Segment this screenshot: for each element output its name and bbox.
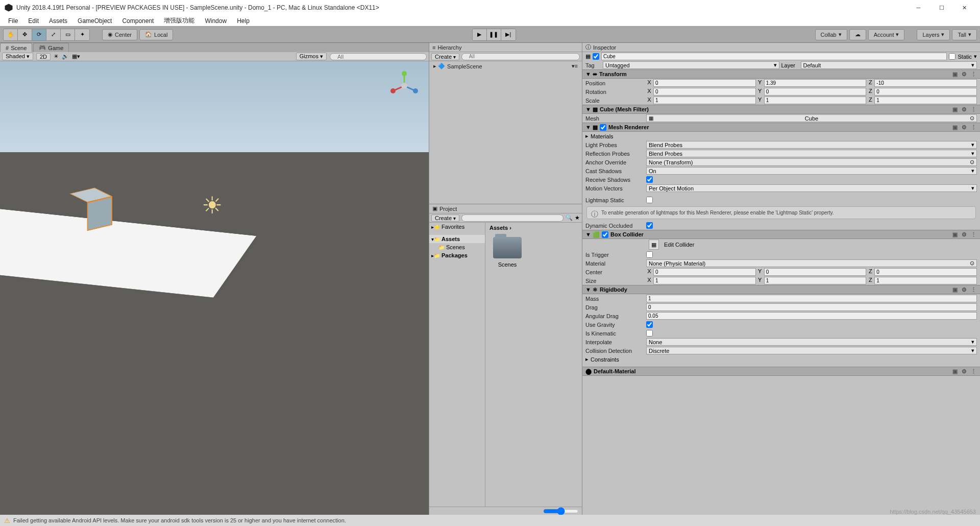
scene-search[interactable]	[330, 53, 427, 60]
gameobject-name[interactable]	[601, 53, 947, 60]
center-z[interactable]	[874, 268, 977, 276]
hand-tool-icon[interactable]: ✋	[4, 29, 18, 40]
lightprobes-dropdown[interactable]: Blend Probes▾	[646, 141, 977, 149]
rot-y[interactable]	[764, 88, 867, 95]
pos-z[interactable]	[874, 79, 977, 87]
layout-dropdown[interactable]: Tall ▾	[952, 29, 977, 40]
tree-packages[interactable]: ▸📁 Packages	[429, 251, 485, 259]
gizmos-dropdown[interactable]: Gizmos ▾	[296, 53, 327, 60]
project-create[interactable]: Create ▾	[431, 214, 459, 222]
tree-assets[interactable]: ▾📁 Assets	[429, 235, 485, 243]
minimize-button[interactable]: ─	[907, 1, 930, 15]
renderer-enabled[interactable]	[600, 124, 606, 131]
size-x[interactable]	[653, 277, 756, 284]
project-header[interactable]: ▣ Project	[429, 204, 582, 213]
move-tool-icon[interactable]: ✥	[18, 29, 32, 40]
layers-dropdown[interactable]: Layers ▾	[917, 29, 950, 40]
materials-foldout[interactable]: ▸ Materials	[582, 132, 980, 140]
scene-view[interactable]: ☀	[0, 61, 429, 515]
reflprobes-dropdown[interactable]: Blend Probes▾	[646, 150, 977, 157]
cast-dropdown[interactable]: On▾	[646, 167, 977, 175]
collab-dropdown[interactable]: Collab ▾	[815, 29, 847, 40]
step-button[interactable]: ▶|	[501, 29, 516, 40]
maximize-button[interactable]: ☐	[930, 1, 953, 15]
menu-file[interactable]: File	[4, 16, 22, 26]
close-button[interactable]: ✕	[953, 1, 976, 15]
lightmap-static[interactable]	[646, 197, 653, 203]
project-breadcrumb[interactable]: Assets ›	[485, 223, 582, 233]
filter-icon[interactable]: 🔍	[566, 214, 573, 221]
2d-toggle[interactable]: 2D	[36, 53, 51, 60]
size-z[interactable]	[874, 277, 977, 284]
hierarchy-header[interactable]: ≡ Hierarchy	[429, 43, 582, 52]
dynamic-occluded[interactable]	[646, 222, 653, 229]
constraints-foldout[interactable]: ▸ Constraints	[582, 355, 980, 364]
is-kinematic[interactable]	[646, 330, 653, 337]
rigidbody-header[interactable]: ▼⚛ Rigidbody▣⚙⋮	[582, 285, 980, 294]
anchor-field[interactable]: None (Transform)⊙	[646, 158, 977, 166]
static-checkbox[interactable]	[949, 53, 955, 60]
scale-x[interactable]	[653, 97, 756, 104]
transform-header[interactable]: ▼⬌ Transform▣⚙⋮	[582, 69, 980, 79]
scale-tool-icon[interactable]: ⤢	[46, 29, 61, 40]
help-icon[interactable]: ▣	[951, 70, 959, 78]
pause-button[interactable]: ❚❚	[487, 29, 501, 40]
cloud-button[interactable]: ☁	[849, 29, 866, 40]
scale-z[interactable]	[874, 97, 977, 104]
meshfilter-header[interactable]: ▼▦ Cube (Mesh Filter)▣⚙⋮	[582, 105, 980, 114]
use-gravity[interactable]	[646, 321, 653, 328]
rot-z[interactable]	[874, 88, 977, 95]
orientation-gizmo[interactable]	[389, 70, 420, 101]
layer-dropdown[interactable]: Default▾	[801, 61, 977, 69]
angdrag-field[interactable]	[646, 312, 977, 320]
menu-assets[interactable]: Assets	[45, 16, 71, 26]
menu-window[interactable]: Window	[201, 16, 231, 26]
shading-dropdown[interactable]: Shaded ▾	[2, 53, 33, 60]
transform-tool-icon[interactable]: ✦	[75, 29, 89, 40]
audio-icon[interactable]: 🔊	[62, 53, 69, 60]
collider-header[interactable]: ▼🟩 Box Collider▣⚙⋮	[582, 230, 980, 239]
tree-scenes[interactable]: 📁 Scenes	[429, 243, 485, 251]
menu-icon[interactable]: ⋮	[970, 70, 977, 78]
menu-gameobject[interactable]: GameObject	[74, 16, 116, 26]
tab-scene[interactable]: # Scene	[0, 43, 32, 52]
hierarchy-create[interactable]: Create ▾	[431, 53, 459, 60]
tree-favorites[interactable]: ▸⭐ Favorites	[429, 223, 485, 231]
tab-game[interactable]: 🎮 Game	[33, 43, 69, 52]
menu-component[interactable]: Component	[118, 16, 158, 26]
center-x[interactable]	[653, 268, 756, 276]
interpolate-dropdown[interactable]: None▾	[646, 338, 977, 346]
edit-collider-button[interactable]: ▦	[649, 240, 659, 250]
lighting-icon[interactable]: ☀	[54, 53, 59, 60]
rotate-tool-icon[interactable]: ⟳	[32, 29, 46, 40]
pivot-toggle[interactable]: ◉ Center	[102, 29, 137, 40]
rot-x[interactable]	[653, 88, 756, 95]
scale-y[interactable]	[764, 97, 867, 104]
account-dropdown[interactable]: Account ▾	[868, 29, 905, 40]
project-search[interactable]	[461, 214, 564, 222]
inspector-header[interactable]: ⓘ Inspector	[582, 43, 980, 52]
collider-enabled[interactable]	[602, 231, 608, 238]
menu-help[interactable]: Help	[233, 16, 254, 26]
folder-scenes[interactable]: Scenes	[489, 237, 525, 268]
mesh-field[interactable]: ▦ Cube⊙	[646, 114, 977, 122]
menu-enhanced[interactable]: 增强版功能	[160, 15, 199, 26]
pos-x[interactable]	[653, 79, 756, 87]
center-y[interactable]	[764, 268, 867, 276]
rect-tool-icon[interactable]: ▭	[61, 29, 75, 40]
gameobject-active[interactable]	[593, 53, 599, 60]
favorite-icon[interactable]: ★	[575, 214, 580, 221]
mass-field[interactable]	[646, 295, 977, 302]
space-toggle[interactable]: 🏠 Local	[139, 29, 173, 40]
collision-dropdown[interactable]: Discrete▾	[646, 347, 977, 354]
hierarchy-search[interactable]	[461, 53, 580, 60]
tag-dropdown[interactable]: Untagged▾	[603, 61, 779, 69]
physic-material[interactable]: None (Physic Material)⊙	[646, 259, 977, 267]
receive-shadows[interactable]	[646, 176, 653, 183]
pos-y[interactable]	[764, 79, 867, 87]
motion-dropdown[interactable]: Per Object Motion▾	[646, 184, 977, 192]
drag-field[interactable]	[646, 303, 977, 311]
menu-edit[interactable]: Edit	[24, 16, 43, 26]
is-trigger[interactable]	[646, 251, 653, 258]
size-y[interactable]	[764, 277, 867, 284]
